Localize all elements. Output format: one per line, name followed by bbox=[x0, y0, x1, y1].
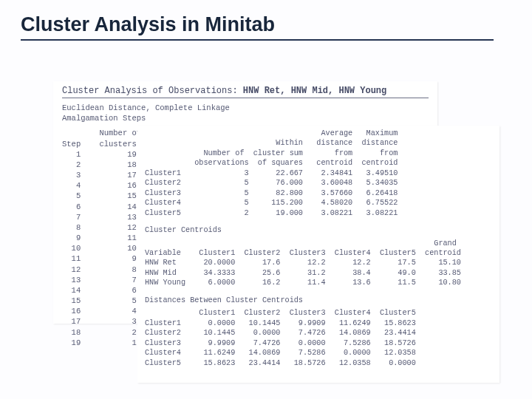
session-heading-bold: HNW Ret, HNW Mid, HNW Young bbox=[243, 86, 386, 96]
centroids-row: HNW Young 6.0000 16.2 11.4 13.6 11.5 10.… bbox=[145, 278, 492, 287]
page-title: Cluster Analysis in Minitab bbox=[21, 13, 514, 36]
distances-title: Distances Between Cluster Centroids bbox=[145, 296, 492, 305]
stats-header: Average Maximum bbox=[145, 129, 492, 138]
distances-row: Cluster4 11.6249 14.0869 7.5286 0.0000 1… bbox=[145, 348, 492, 358]
distances-row: Cluster1 0.0000 10.1445 9.9909 11.6249 1… bbox=[145, 318, 492, 328]
distances-row: Cluster3 9.9909 7.4726 0.0000 7.5286 18.… bbox=[145, 338, 492, 348]
stats-header: observations of squares centroid centroi… bbox=[145, 158, 492, 168]
session-heading: Cluster Analysis of Observations: HNW Re… bbox=[62, 86, 429, 96]
stats-row: Cluster4 5 115.200 4.58020 6.75522 bbox=[145, 198, 492, 208]
distances-row: Cluster5 15.8623 23.4414 18.5726 12.0358… bbox=[145, 358, 492, 368]
stats-row: Cluster3 5 82.800 3.57660 6.26418 bbox=[145, 188, 492, 198]
distances-header: Cluster1 Cluster2 Cluster3 Cluster4 Clus… bbox=[145, 308, 492, 318]
title-underline bbox=[21, 39, 494, 41]
centroids-row: HNW Ret 20.0000 17.6 12.2 12.2 17.5 15.1… bbox=[145, 258, 492, 267]
centroids-header: Variable Cluster1 Cluster2 Cluster3 Clus… bbox=[145, 248, 492, 258]
session-divider bbox=[62, 98, 429, 98]
distances-row: Cluster2 10.1445 0.0000 7.4726 14.0869 2… bbox=[145, 328, 492, 338]
centroids-title: Cluster Centroids bbox=[145, 225, 492, 235]
stats-header: Number of cluster sum from from bbox=[145, 149, 492, 158]
method-line-1: Euclidean Distance, Complete Linkage bbox=[62, 103, 429, 113]
stats-row: Cluster5 2 19.000 3.08221 3.08221 bbox=[145, 208, 492, 218]
centroids-row: HNW Mid 34.3333 25.6 31.2 38.4 49.0 33.8… bbox=[145, 268, 492, 278]
stats-row: Cluster2 5 76.000 3.60048 5.34035 bbox=[145, 178, 492, 188]
stats-header: Within distance distance bbox=[145, 138, 492, 148]
session-panel-front: Average Maximum Within distance distance… bbox=[137, 126, 499, 383]
session-heading-plain: Cluster Analysis of Observations: bbox=[62, 86, 243, 96]
centroids-header: Grand bbox=[145, 239, 492, 248]
method-line-2: Amalgamation Steps bbox=[62, 113, 429, 123]
stats-row: Cluster1 3 22.667 2.34841 3.49510 bbox=[145, 168, 492, 178]
